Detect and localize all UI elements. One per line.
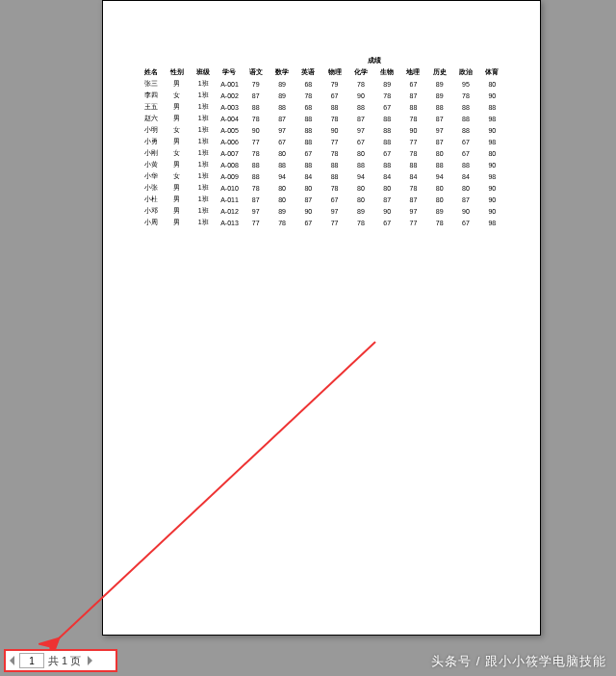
table-cell: 88 bbox=[321, 101, 347, 113]
table-cell: 80 bbox=[347, 182, 373, 194]
table-cell: 90 bbox=[479, 194, 505, 205]
table-cell: 90 bbox=[479, 124, 505, 136]
table-cell: 88 bbox=[295, 124, 321, 136]
column-header: 地理 bbox=[400, 66, 426, 78]
page-content: 成绩 姓名性别班级学号语文数学英语物理化学生物地理历史政治体育 张三男1班A-0… bbox=[103, 1, 540, 263]
table-cell: 女 bbox=[164, 147, 190, 159]
table-cell: 80 bbox=[269, 147, 295, 159]
table-cell: 77 bbox=[400, 136, 426, 147]
table-cell: 80 bbox=[374, 182, 400, 194]
table-cell: 90 bbox=[243, 124, 269, 136]
table-cell: 89 bbox=[426, 205, 452, 217]
table-cell: 88 bbox=[321, 159, 347, 170]
table-cell: 90 bbox=[479, 205, 505, 217]
table-cell: 小杜 bbox=[138, 194, 164, 205]
table-cell: 89 bbox=[426, 78, 452, 90]
pager-prev-button[interactable] bbox=[8, 653, 17, 668]
table-cell: 89 bbox=[426, 90, 452, 101]
table-cell: 88 bbox=[400, 101, 426, 113]
table-cell: 小勇 bbox=[138, 136, 164, 147]
table-cell: 1班 bbox=[191, 90, 217, 101]
table-row: 小邓男1班A-01297899097899097899090 bbox=[138, 205, 505, 217]
pager-next-button[interactable] bbox=[85, 653, 94, 668]
table-cell: A-004 bbox=[217, 113, 243, 124]
table-cell: 88 bbox=[426, 101, 452, 113]
table-cell: 98 bbox=[479, 217, 505, 228]
table-cell: 89 bbox=[374, 78, 400, 90]
table-cell: 女 bbox=[164, 90, 190, 101]
table-cell: 95 bbox=[452, 78, 478, 90]
table-cell: 90 bbox=[479, 159, 505, 170]
table-cell: 67 bbox=[400, 78, 426, 90]
table-cell: 男 bbox=[164, 194, 190, 205]
table-cell: 87 bbox=[400, 90, 426, 101]
table-cell: 90 bbox=[295, 205, 321, 217]
table-row: 小周男1班A-01377786777786777786798 bbox=[138, 217, 505, 228]
table-cell: 80 bbox=[269, 194, 295, 205]
table-cell: 88 bbox=[347, 159, 373, 170]
table-cell: 88 bbox=[243, 101, 269, 113]
table-cell: 89 bbox=[269, 78, 295, 90]
table-row: 小张男1班A-01078808078808078808090 bbox=[138, 182, 505, 194]
table-cell: 女 bbox=[164, 170, 190, 182]
column-header: 体育 bbox=[479, 66, 505, 78]
chevron-right-icon bbox=[87, 656, 92, 665]
column-header: 英语 bbox=[295, 66, 321, 78]
table-cell: 77 bbox=[321, 136, 347, 147]
table-row: 小华女1班A-00988948488948484948498 bbox=[138, 170, 505, 182]
pager: 共 1 页 bbox=[4, 649, 117, 672]
table-cell: 小明 bbox=[138, 124, 164, 136]
table-cell: 88 bbox=[321, 170, 347, 182]
table-cell: 78 bbox=[321, 113, 347, 124]
table-cell: 67 bbox=[347, 136, 373, 147]
table-cell: 88 bbox=[269, 101, 295, 113]
table-cell: 97 bbox=[426, 124, 452, 136]
column-header: 姓名 bbox=[138, 66, 164, 78]
table-cell: 1班 bbox=[191, 205, 217, 217]
table-cell: 张三 bbox=[138, 78, 164, 90]
pager-page-input[interactable] bbox=[19, 653, 44, 668]
table-cell: 84 bbox=[452, 170, 478, 182]
table-cell: A-010 bbox=[217, 182, 243, 194]
table-row: 小明女1班A-00590978890978890978890 bbox=[138, 124, 505, 136]
table-cell: 98 bbox=[479, 136, 505, 147]
table-cell: 78 bbox=[243, 113, 269, 124]
table-cell: 80 bbox=[479, 78, 505, 90]
table-cell: 84 bbox=[400, 170, 426, 182]
table-cell: 84 bbox=[374, 170, 400, 182]
table-cell: A-009 bbox=[217, 170, 243, 182]
table-cell: 90 bbox=[400, 124, 426, 136]
table-cell: 87 bbox=[426, 136, 452, 147]
table-cell: 97 bbox=[269, 124, 295, 136]
table-cell: 88 bbox=[374, 124, 400, 136]
print-preview-page: 成绩 姓名性别班级学号语文数学英语物理化学生物地理历史政治体育 张三男1班A-0… bbox=[102, 0, 541, 636]
table-cell: 97 bbox=[321, 205, 347, 217]
table-cell: 94 bbox=[426, 170, 452, 182]
table-cell: 78 bbox=[321, 182, 347, 194]
table-row: 小黄男1班A-00888888888888888888890 bbox=[138, 159, 505, 170]
table-cell: 87 bbox=[243, 90, 269, 101]
table-cell: 1班 bbox=[191, 124, 217, 136]
table-cell: 94 bbox=[347, 170, 373, 182]
table-cell: 88 bbox=[269, 159, 295, 170]
table-cell: 67 bbox=[374, 101, 400, 113]
table-cell: 67 bbox=[452, 136, 478, 147]
pager-total-text: 共 1 页 bbox=[46, 654, 83, 668]
table-cell: 78 bbox=[347, 217, 373, 228]
column-header: 化学 bbox=[347, 66, 373, 78]
table-cell: A-012 bbox=[217, 205, 243, 217]
column-header: 语文 bbox=[243, 66, 269, 78]
data-table: 成绩 姓名性别班级学号语文数学英语物理化学生物地理历史政治体育 张三男1班A-0… bbox=[138, 55, 505, 228]
table-cell: 男 bbox=[164, 113, 190, 124]
table-cell: 男 bbox=[164, 78, 190, 90]
table-cell: 97 bbox=[400, 205, 426, 217]
table-cell: 90 bbox=[321, 124, 347, 136]
table-cell: 88 bbox=[426, 159, 452, 170]
table-cell: 小张 bbox=[138, 182, 164, 194]
table-cell: 1班 bbox=[191, 78, 217, 90]
column-header: 生物 bbox=[374, 66, 400, 78]
table-header-row-2: 姓名性别班级学号语文数学英语物理化学生物地理历史政治体育 bbox=[138, 66, 505, 78]
table-cell: 67 bbox=[374, 217, 400, 228]
table-cell: 1班 bbox=[191, 147, 217, 159]
table-cell: A-001 bbox=[217, 78, 243, 90]
